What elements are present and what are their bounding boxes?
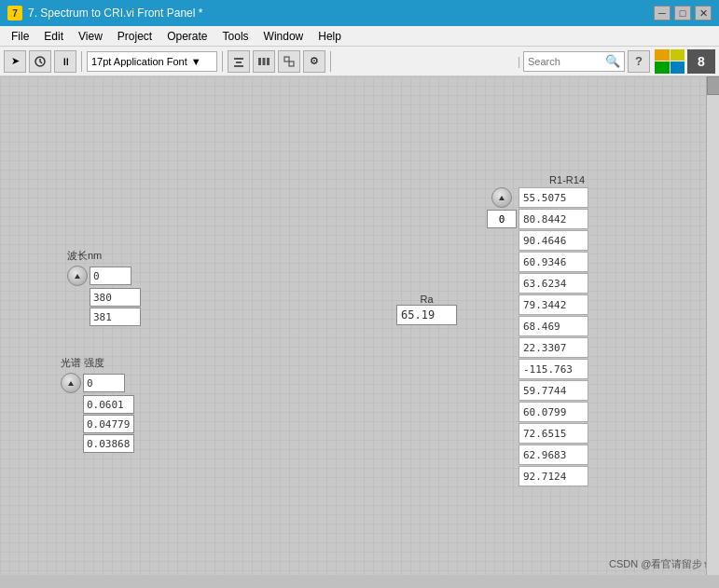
deco-cell-3	[655, 62, 670, 74]
menu-operate[interactable]: Operate	[159, 28, 214, 45]
svg-rect-2	[236, 62, 242, 63]
intensity-index-row: 0	[61, 373, 134, 393]
window-title: 7. Spectrum to CRI.vi Front Panel *	[28, 7, 202, 20]
wavelength-values: 380 381	[90, 288, 141, 326]
r-value-10: 60.0799	[519, 402, 588, 422]
font-dropdown[interactable]: 17pt Application Font ▼	[87, 51, 217, 72]
r-array-index-display: 0	[487, 210, 517, 228]
r-value-3: 60.9346	[519, 252, 588, 272]
r-value-9: 59.7744	[519, 380, 588, 401]
ra-label: Ra	[396, 294, 457, 305]
svg-rect-8	[289, 62, 294, 66]
corner-decoration	[655, 49, 684, 74]
deco-cell-2	[671, 49, 685, 62]
svg-rect-7	[284, 57, 289, 62]
svg-rect-5	[263, 58, 266, 65]
r-array-knob[interactable]	[491, 187, 512, 208]
r-array-values: 55.5075 80.8442 90.4646 60.9346 63.6234 …	[519, 187, 588, 486]
intensity-values: 0.0601 0.04779 0.03868	[83, 395, 134, 453]
align-button[interactable]	[228, 50, 250, 73]
r-value-6: 68.469	[519, 316, 588, 336]
r-value-12: 62.9683	[519, 444, 588, 465]
r-value-4: 63.6234	[519, 273, 588, 294]
run-continuously-button[interactable]	[29, 50, 51, 73]
r-value-1: 80.8442	[519, 209, 588, 229]
intensity-label: 光谱 强度	[61, 356, 134, 370]
menu-project[interactable]: Project	[110, 28, 159, 45]
tools-button[interactable]: ⚙	[303, 50, 325, 73]
search-box[interactable]: 🔍	[523, 51, 625, 72]
title-bar-left: 7 7. Spectrum to CRI.vi Front Panel *	[7, 6, 202, 21]
corner-number: 8	[687, 49, 715, 74]
panel-area: 波长nm 0 380 381 光谱 强度 0 0.0601 0.04779 0.…	[0, 76, 719, 575]
close-button[interactable]: ✕	[695, 6, 712, 21]
pause-button[interactable]: ⏸	[54, 50, 76, 73]
menu-view[interactable]: View	[71, 28, 110, 45]
r-value-7: 22.3307	[519, 337, 588, 358]
knob-arrow-icon-2	[68, 381, 74, 386]
distribute-button[interactable]	[253, 50, 275, 73]
r-value-11: 72.6515	[519, 423, 588, 444]
knob-arrow-icon	[75, 274, 80, 279]
wavelength-label: 波长nm	[67, 249, 141, 263]
intensity-value-0: 0.0601	[83, 395, 134, 414]
title-bar-controls: ─ □ ✕	[654, 6, 712, 21]
menu-help[interactable]: Help	[311, 28, 349, 45]
knob-arrow-icon-3	[499, 196, 505, 200]
svg-rect-4	[258, 58, 261, 65]
wavelength-group: 波长nm 0 380 381	[67, 249, 141, 326]
wavelength-knob[interactable]	[67, 266, 88, 286]
intensity-value-1: 0.04779	[83, 415, 134, 433]
resize-button[interactable]	[278, 50, 300, 73]
svg-rect-1	[234, 58, 243, 60]
intensity-knob[interactable]	[61, 373, 81, 393]
menu-bar: File Edit View Project Operate Tools Win…	[0, 26, 719, 47]
run-arrow-button[interactable]: ➤	[4, 50, 26, 73]
ra-box: Ra 65.19	[396, 294, 457, 325]
r-array-label: R1-R14	[487, 174, 588, 185]
svg-rect-6	[267, 58, 270, 65]
search-icon[interactable]: 🔍	[605, 54, 620, 68]
r-array-index-col: 0	[487, 187, 517, 228]
r-array-inner: 0 55.5075 80.8442 90.4646 60.9346 63.623…	[487, 187, 588, 486]
search-separator: |	[518, 55, 520, 68]
app-icon: 7	[7, 6, 22, 21]
font-dropdown-arrow: ▼	[191, 56, 201, 67]
deco-cell-4	[671, 62, 685, 74]
separator-2	[222, 51, 223, 72]
intensity-index-display: 0	[83, 374, 125, 392]
menu-window[interactable]: Window	[256, 28, 311, 45]
r-value-2: 90.4646	[519, 230, 588, 251]
toolbar: ➤ ⏸ 17pt Application Font ▼ ⚙ | 🔍 ? 8	[0, 47, 719, 76]
vertical-scrollbar[interactable]	[706, 76, 719, 575]
menu-file[interactable]: File	[4, 28, 36, 45]
maximize-button[interactable]: □	[674, 6, 691, 21]
r-value-8: -115.763	[519, 359, 588, 379]
intensity-value-2: 0.03868	[83, 434, 134, 453]
menu-edit[interactable]: Edit	[36, 28, 71, 45]
search-input[interactable]	[528, 56, 602, 67]
wavelength-value-0: 380	[90, 288, 141, 307]
toolbar-right: | 🔍 ? 8	[518, 49, 715, 74]
help-button[interactable]: ?	[628, 50, 650, 73]
r-value-13: 92.7124	[519, 466, 588, 486]
separator-3	[330, 51, 331, 72]
wavelength-value-1: 381	[90, 308, 141, 326]
menu-tools[interactable]: Tools	[215, 28, 256, 45]
svg-rect-3	[234, 65, 243, 67]
intensity-group: 光谱 强度 0 0.0601 0.04779 0.03868	[61, 356, 134, 453]
title-bar: 7 7. Spectrum to CRI.vi Front Panel * ─ …	[0, 0, 719, 26]
font-name: 17pt Application Font	[91, 56, 187, 67]
wavelength-index-display: 0	[90, 267, 131, 285]
r-array-container: R1-R14 0 55.5075 80.8442 90.4646 60.9346…	[487, 174, 588, 486]
deco-cell-1	[655, 49, 670, 62]
ra-value: 65.19	[396, 305, 457, 325]
r-value-0: 55.5075	[519, 187, 588, 208]
separator-1	[81, 51, 82, 72]
watermark: CSDN @看官请留步↑	[609, 557, 708, 571]
wavelength-index-row: 0	[67, 266, 141, 286]
r-value-5: 79.3442	[519, 294, 588, 315]
scrollbar-thumb[interactable]	[707, 76, 719, 95]
minimize-button[interactable]: ─	[654, 6, 671, 21]
